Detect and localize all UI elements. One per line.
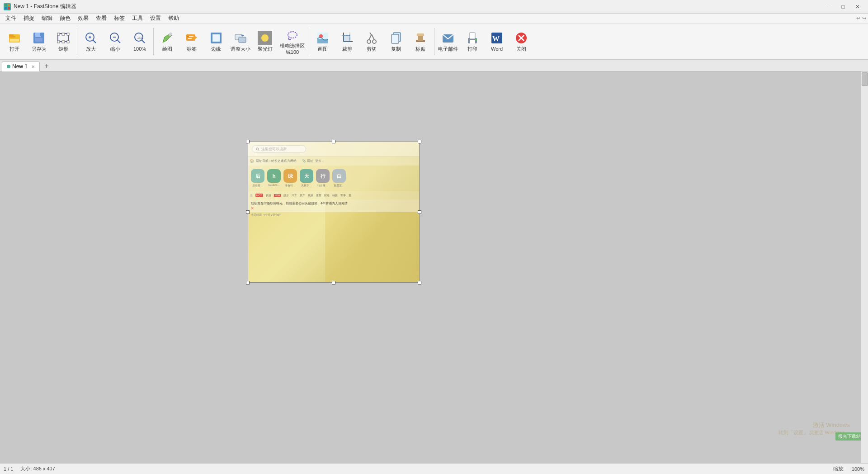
menu-effect[interactable]: 效果 [74, 14, 92, 24]
status-page: 1 / 1 [4, 466, 13, 472]
stamp-label: 标贴 [415, 46, 425, 52]
tab-add-button[interactable]: + [42, 61, 52, 71]
draw2-button[interactable]: 画图 [311, 26, 335, 57]
menu-file[interactable]: 文件 [2, 14, 20, 24]
zoom100-icon: 1:1 [132, 31, 147, 45]
svg-rect-7 [10, 39, 19, 42]
svg-rect-43 [220, 33, 222, 43]
resize-icon [233, 31, 248, 45]
close-image-label: 关闭 [516, 46, 526, 52]
lasso-label: 模糊选择区域100 [279, 43, 306, 55]
svg-line-29 [142, 40, 145, 43]
zoomout-label: 缩小 [110, 46, 120, 52]
toolbar: 打开 另存为 矩形 [0, 24, 868, 60]
menu-settings[interactable]: 设置 [146, 14, 165, 24]
svg-rect-13 [57, 33, 60, 35]
image-preview: 这里也可以搜索 🏠 网址导航 • 站长之家官方网站 📎 网址 更多... 后 后… [248, 142, 420, 283]
tab-new1[interactable]: New 1 ✕ [2, 62, 40, 71]
svg-rect-39 [212, 33, 221, 43]
copy-label: 复制 [391, 46, 401, 52]
svg-rect-0 [5, 4, 7, 6]
zoomout-button[interactable]: 缩小 [104, 26, 127, 57]
svg-rect-66 [392, 34, 399, 43]
tag-label: 标签 [187, 46, 197, 52]
svg-rect-33 [186, 34, 195, 41]
copy-button[interactable]: 复制 [384, 26, 408, 57]
open-button[interactable]: 打开 [3, 26, 26, 57]
handle-bottom[interactable] [332, 281, 335, 284]
scrollbar-thumb-v[interactable] [862, 72, 868, 86]
word-button[interactable]: W Word [485, 26, 509, 57]
zoom100-button[interactable]: 1:1 100% [128, 26, 151, 57]
lasso-button[interactable]: 模糊选择区域100 [278, 26, 307, 57]
spotlight-button[interactable]: 聚光灯 [253, 26, 277, 57]
sc-icons-row: 后 后谷登... h hao123... 绿 绿色软... 天 天极下... [248, 166, 419, 191]
cut-button[interactable]: 剪切 [360, 26, 383, 57]
saveas-button[interactable]: 另存为 [27, 26, 51, 57]
tab-bar: New 1 ✕ + [0, 60, 868, 71]
canvas-area: 这里也可以搜索 🏠 网址导航 • 站长之家官方网站 📎 网址 更多... 后 后… [0, 71, 868, 463]
lasso-icon [285, 28, 300, 42]
crop-icon [340, 31, 354, 45]
menu-capture[interactable]: 捕捉 [20, 14, 38, 24]
zoomout-icon [108, 31, 123, 45]
menu-tag[interactable]: 标签 [110, 14, 128, 24]
svg-rect-10 [35, 38, 42, 42]
image-container: 这里也可以搜索 🏠 网址导航 • 站长之家官方网站 📎 网址 更多... 后 后… [248, 142, 420, 283]
maximize-button[interactable]: □ [836, 2, 850, 11]
menu-view[interactable]: 查看 [92, 14, 110, 24]
svg-rect-69 [417, 33, 424, 36]
zoomin-button[interactable]: 放大 [79, 26, 103, 57]
sc-search-placeholder: 这里也可以搜索 [261, 147, 287, 152]
tag-button[interactable]: 标签 [180, 26, 203, 57]
handle-left[interactable] [246, 210, 250, 214]
crop-button[interactable]: 裁剪 [335, 26, 359, 57]
status-size: 大小: 486 x 407 [20, 465, 55, 472]
handle-topleft[interactable] [246, 140, 250, 143]
minimize-button[interactable]: ─ [822, 2, 835, 11]
handle-topright[interactable] [418, 140, 421, 143]
sc-search-box: 这里也可以搜索 [252, 145, 306, 153]
svg-rect-15 [57, 41, 60, 43]
handle-bottomright[interactable] [418, 281, 421, 284]
handle-top[interactable] [332, 140, 335, 143]
close-button[interactable]: ✕ [851, 2, 864, 11]
border-icon [209, 31, 223, 45]
menu-help[interactable]: 帮助 [165, 14, 183, 24]
screenshot-overlay: 这里也可以搜索 🏠 网址导航 • 站长之家官方网站 📎 网址 更多... 后 后… [248, 142, 419, 282]
svg-rect-59 [344, 35, 350, 42]
tab-label: New 1 [12, 63, 28, 70]
sc-bottom-text: 小花组花 ·4个月·2评分赶 [248, 212, 419, 218]
menu-tool[interactable]: 工具 [128, 14, 146, 24]
svg-rect-1 [8, 4, 10, 6]
svg-text:1:1: 1:1 [137, 36, 142, 40]
scrollbar-vertical[interactable] [861, 71, 868, 463]
close-image-icon [514, 31, 528, 45]
handle-bottomleft[interactable] [246, 281, 250, 284]
menu-color[interactable]: 颜色 [56, 14, 74, 24]
svg-rect-19 [62, 41, 65, 43]
resize-button[interactable]: 调整大小 [229, 26, 252, 57]
svg-point-60 [367, 40, 371, 43]
stamp-button[interactable]: 标贴 [409, 26, 432, 57]
border-label: 边缘 [211, 46, 221, 52]
rect-button[interactable]: 矩形 [52, 26, 75, 57]
close-image-button[interactable]: 关闭 [509, 26, 533, 57]
open-icon [7, 31, 22, 45]
handle-right[interactable] [418, 210, 421, 214]
menu-bar: 文件 捕捉 编辑 颜色 效果 查看 标签 工具 设置 帮助 ↩ ↪ [0, 14, 868, 24]
word-label: Word [491, 46, 503, 52]
print-button[interactable]: 打印 [461, 26, 484, 57]
email-button[interactable]: 电子邮件 [436, 26, 460, 57]
copy-icon [389, 31, 403, 45]
svg-rect-72 [470, 33, 475, 39]
print-icon [465, 31, 480, 45]
menu-edit[interactable]: 编辑 [38, 14, 56, 24]
rect-label: 矩形 [58, 46, 68, 52]
status-zoom-value: 100% [852, 466, 864, 472]
draw-icon [160, 31, 175, 45]
zoomin-icon [84, 31, 98, 45]
tab-close-button[interactable]: ✕ [31, 64, 35, 69]
draw-button[interactable]: 绘图 [156, 26, 179, 57]
border-button[interactable]: 边缘 [204, 26, 228, 57]
